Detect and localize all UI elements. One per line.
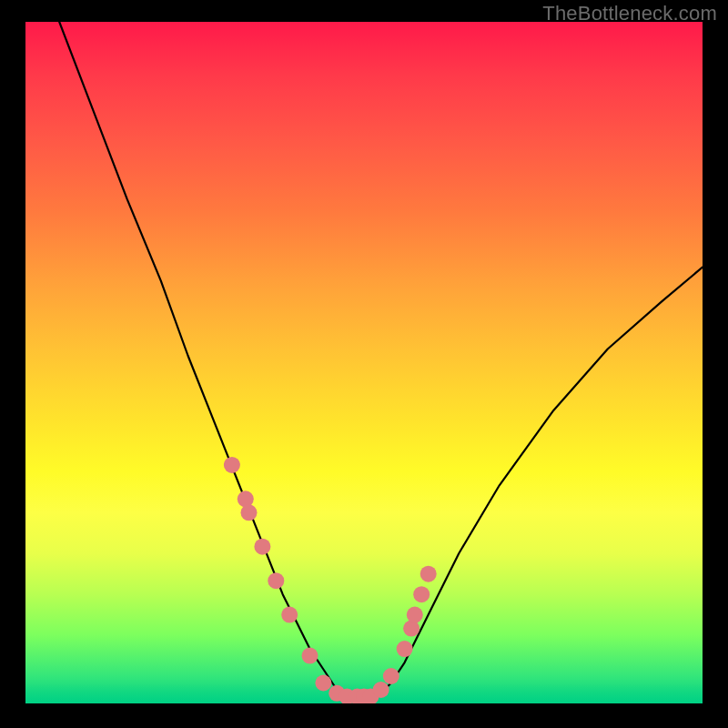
data-point [281, 607, 298, 623]
data-point [420, 566, 437, 582]
marker-group [224, 457, 437, 703]
chart-frame: TheBottleneck.com [0, 0, 728, 728]
plot-area [25, 22, 703, 703]
data-point [397, 641, 413, 657]
data-point [383, 668, 399, 684]
data-point [413, 586, 430, 602]
data-point [241, 504, 258, 521]
data-point [407, 607, 423, 623]
data-point [224, 457, 240, 473]
data-point [403, 621, 420, 637]
data-point [254, 539, 270, 555]
data-point [238, 490, 254, 507]
data-point [302, 648, 318, 664]
bottleneck-curve [59, 22, 703, 700]
data-point [268, 572, 284, 589]
data-point [373, 682, 389, 698]
chart-svg [25, 22, 703, 703]
data-point [315, 675, 331, 692]
